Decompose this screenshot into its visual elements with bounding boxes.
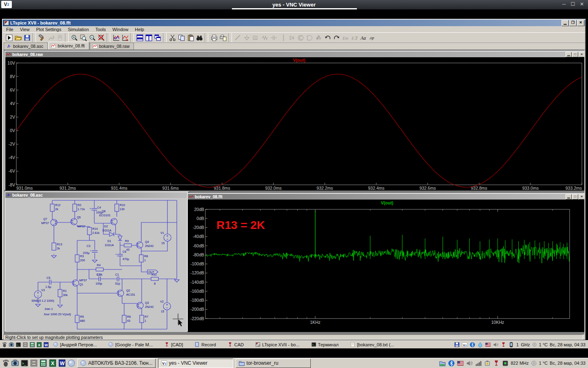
launcher-word[interactable]: W: [58, 359, 66, 367]
fft-titlebar[interactable]: bokarev_08.fft ▁ □ ×: [188, 194, 584, 200]
redo-button[interactable]: [332, 33, 341, 42]
tray-us-flag[interactable]: [457, 360, 464, 367]
minimize-icon[interactable]: ─: [559, 1, 568, 7]
paste-button[interactable]: [186, 33, 195, 42]
task-button[interactable]: [Google - Pale M...: [106, 341, 155, 348]
launcher-terminal[interactable]: >_: [16, 342, 21, 348]
cut-button[interactable]: [168, 33, 177, 42]
zoom-in-button[interactable]: [70, 33, 79, 42]
task-button[interactable]: Record: [192, 341, 218, 348]
tile-horizontal-button[interactable]: [135, 33, 144, 42]
task-button[interactable]: АВТОКЛУБ ВАЗ-2106. Тюн...: [77, 359, 156, 368]
launcher-file-manager[interactable]: [30, 359, 38, 367]
launcher-excel[interactable]: X: [49, 359, 57, 367]
zoom-region-button[interactable]: [79, 33, 88, 42]
task-button[interactable]: tor-browser_ru: [236, 359, 311, 368]
tray-wine-glass[interactable]: [501, 342, 506, 348]
tray-signal[interactable]: [475, 360, 482, 367]
menu-view[interactable]: View: [17, 27, 33, 32]
maximize-icon[interactable]: □: [572, 194, 578, 200]
launcher-screenshot[interactable]: [11, 359, 19, 367]
task-button[interactable]: [Андрей Петров...: [51, 341, 99, 348]
schematic-canvas[interactable]: R122kR21.71k+C4100µR10130Q7MP37Q5MP37Q6E…: [5, 198, 188, 331]
tab-bokarev_08.raw[interactable]: bokarev_08.raw: [90, 43, 134, 49]
raw-titlebar[interactable]: bokarev_08.raw ▁ □ ×: [5, 52, 584, 57]
launcher-calculator[interactable]: [29, 342, 35, 348]
menu-help[interactable]: Help: [131, 27, 147, 32]
transient-plot[interactable]: V(out)10V8V6V4V2V0V-2V-4V-6V-8V931.0ms93…: [5, 57, 584, 190]
tray-bluetooth[interactable]: [470, 342, 475, 348]
svg-text:4V: 4V: [10, 101, 15, 106]
run-button[interactable]: [4, 33, 13, 42]
asc-titlebar[interactable]: bokarev_08.asc: [5, 192, 188, 198]
tray-power[interactable]: [484, 360, 491, 367]
minimize-icon[interactable]: ▁: [561, 20, 569, 26]
control-panel-button[interactable]: [37, 33, 46, 42]
tray-globe[interactable]: [532, 342, 537, 347]
tab-bokarev_08.asc[interactable]: bokarev_08.asc: [4, 43, 48, 49]
print-button[interactable]: [209, 33, 218, 42]
menu-tools[interactable]: Tools: [92, 27, 109, 32]
launcher-palemoon[interactable]: [67, 359, 76, 367]
task-button[interactable]: V2yes - VNC Viewer: [158, 359, 233, 368]
svg-text:SINE(0 1.2 1000): SINE(0 1.2 1000): [31, 299, 54, 303]
tray-globe[interactable]: [531, 360, 537, 366]
find-button[interactable]: [195, 33, 204, 42]
open-button[interactable]: [13, 33, 22, 42]
task-button[interactable]: CAD: [225, 341, 246, 348]
close-icon[interactable]: ×: [579, 52, 584, 57]
maximize-icon[interactable]: ☐: [568, 1, 577, 7]
launcher-gnome-foot[interactable]: [2, 342, 7, 348]
tray-speaker[interactable]: [466, 360, 473, 367]
undo-button[interactable]: [323, 33, 332, 42]
ltspice-titlebar[interactable]: LTspice XVII - bokarev_08.fft ▁ ❐ ✕: [3, 20, 585, 26]
tray-phone[interactable]: [508, 342, 514, 348]
task-button[interactable]: >_Терминал: [309, 341, 341, 348]
menu-window[interactable]: Window: [109, 27, 131, 32]
copy-button[interactable]: [177, 33, 186, 42]
menu-file[interactable]: File: [3, 27, 17, 32]
restore-icon[interactable]: ❐: [569, 20, 577, 26]
tray-chip[interactable]: [502, 360, 509, 367]
svg-text:Aa: Aa: [360, 35, 366, 40]
ltspice-window-controls: ▁ ❐ ✕: [561, 20, 584, 26]
menu-plot-settings[interactable]: Plot Settings: [33, 27, 65, 32]
autorange-button[interactable]: [111, 33, 120, 42]
tray-droplet[interactable]: [477, 342, 483, 348]
launcher-word[interactable]: W: [43, 342, 49, 348]
tile-vertical-button[interactable]: [144, 33, 153, 42]
plot-settings-button[interactable]: [120, 33, 129, 42]
task-button[interactable]: LTLTspice XVII - bo...: [253, 341, 302, 348]
close-icon[interactable]: ✕: [577, 20, 584, 26]
tray-wine-glass[interactable]: [493, 360, 500, 367]
launcher-file-manager[interactable]: [22, 342, 28, 348]
fft-plot[interactable]: V(out)20dB0dB-20dB-40dB-60dB-80dB-100dB-…: [188, 200, 584, 331]
spice-directive-button[interactable]: .op: [368, 33, 377, 42]
print-preview-button[interactable]: [218, 33, 227, 42]
zoom-full-button[interactable]: [97, 33, 106, 42]
tray-speaker[interactable]: [493, 342, 499, 348]
tray-bluetooth[interactable]: [448, 360, 455, 367]
launcher-gnome-foot[interactable]: [2, 359, 10, 367]
tab-bokarev_08.fft[interactable]: bokarev_08.fft: [48, 42, 89, 49]
launcher-screenshot[interactable]: [9, 342, 14, 348]
maximize-icon[interactable]: □: [572, 52, 578, 57]
launcher-terminal[interactable]: >_: [20, 359, 29, 367]
launcher-excel[interactable]: X: [36, 342, 42, 348]
minimize-icon[interactable]: ▁: [566, 194, 572, 200]
text-tool-button[interactable]: Aa: [359, 33, 368, 42]
close-icon[interactable]: ✕: [577, 1, 586, 7]
minimize-icon[interactable]: ▁: [566, 52, 572, 57]
tray-floppy[interactable]: [454, 342, 460, 348]
zoom-out-button[interactable]: [88, 33, 97, 42]
menu-simulation[interactable]: Simulation: [65, 27, 92, 32]
tray-us-flag[interactable]: [485, 342, 491, 348]
close-icon[interactable]: ×: [579, 194, 584, 200]
cascade-button[interactable]: [153, 33, 162, 42]
tray-vnc[interactable]: V2: [462, 342, 468, 348]
task-button[interactable]: [bokarev_08.txt (...: [347, 341, 396, 348]
tray-folder-dl[interactable]: [439, 360, 446, 367]
launcher-calculator[interactable]: [39, 359, 47, 367]
task-button[interactable]: [CAD]: [162, 341, 185, 348]
save-button[interactable]: [22, 33, 31, 42]
